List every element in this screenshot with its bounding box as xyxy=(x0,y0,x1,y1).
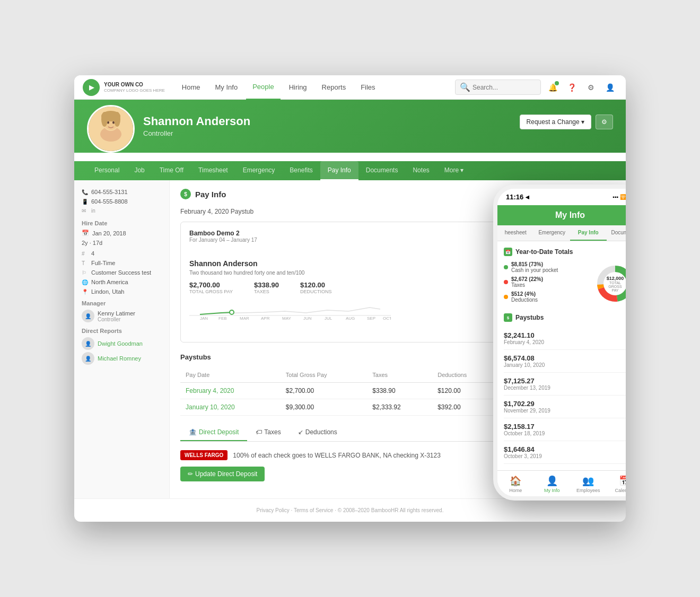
pocket-dot xyxy=(504,265,508,269)
paystub-period: For January 04 – January 17 xyxy=(189,237,257,243)
profile-actions: Request a Change ▾ ⚙ xyxy=(520,110,613,129)
mobile-paystub-6[interactable]: $1,646.84 October 3, 2019 › xyxy=(504,441,626,464)
direct-reports-label: Direct Reports xyxy=(82,328,162,334)
manager-section: Manager 👤 Kenny Latimer Controller xyxy=(82,300,162,322)
nav-home[interactable]: Home xyxy=(176,75,207,100)
type-icon: T xyxy=(82,260,88,266)
mobile-tab-documents[interactable]: Documents xyxy=(607,225,626,241)
mobile-ytd-title: 📅 Year-to-Date Totals xyxy=(504,248,626,256)
search-icon: 🔍 xyxy=(460,82,470,92)
tab-benefits[interactable]: Benefits xyxy=(282,161,320,180)
svg-text:MAR: MAR xyxy=(240,316,249,321)
pencil-icon: ✏ xyxy=(188,470,193,478)
report1-name: Dwight Goodman xyxy=(98,340,143,347)
paystub1-amount: $2,241.10 xyxy=(504,331,544,339)
tab-timeoff[interactable]: Time Off xyxy=(152,161,191,180)
mobile-paystub-5[interactable]: $2,158.17 October 18, 2019 › xyxy=(504,418,626,441)
manager-role: Controller xyxy=(98,317,135,322)
mobile-ytd-icon: 📅 xyxy=(504,248,512,256)
mobile-content: 📅 Year-to-Date Totals $8,815 (73%) Cash … xyxy=(497,241,626,470)
mobile-paystub-4[interactable]: $1,702.29 November 29, 2019 › xyxy=(504,396,626,418)
row1-date[interactable]: February 4, 2020 xyxy=(180,383,281,399)
tab-job[interactable]: Job xyxy=(127,161,152,180)
tab-documents[interactable]: Documents xyxy=(358,161,406,180)
mobile-paystub-2[interactable]: $6,574.08 January 10, 2020 › xyxy=(504,350,626,373)
mini-chart: JAN FEB MAR APR MAY JUN JUL AUG SEP OCT xyxy=(189,300,391,321)
paystub3-amount: $7,125.27 xyxy=(504,377,550,385)
mobile-header: My Info xyxy=(497,205,626,225)
footer-text: Privacy Policy · Terms of Service · © 20… xyxy=(257,507,444,513)
tab-notes[interactable]: Notes xyxy=(405,161,436,180)
profile-title: Controller xyxy=(143,129,511,137)
paystub3-date: December 13, 2019 xyxy=(504,385,550,391)
profile-header: Shannon Anderson Controller Request a Ch… xyxy=(74,100,626,153)
profile-name: Shannon Anderson xyxy=(143,115,511,128)
donut-chart: $12,000 TOTAL GROSS PAY xyxy=(594,262,626,305)
mobile-nav-calendar[interactable]: 📅 Calendar xyxy=(607,474,626,494)
mobile-paystub-1[interactable]: $2,241.10 February 4, 2020 › xyxy=(504,327,626,350)
tab-timesheet[interactable]: Timesheet xyxy=(191,161,235,180)
nav-files[interactable]: Files xyxy=(354,75,381,100)
avatar[interactable]: 👤 xyxy=(602,80,617,95)
help-icon[interactable]: ❓ xyxy=(564,80,579,95)
notifications-icon[interactable]: 🔔 xyxy=(545,80,560,95)
email-icon: ✉ xyxy=(82,208,88,214)
phone1-value: 604-555-3131 xyxy=(91,189,128,195)
linkedin-icon: in xyxy=(91,208,98,214)
hire-date-value: 📅 Jan 20, 2018 xyxy=(82,230,162,236)
nav-reports[interactable]: Reports xyxy=(316,75,353,100)
employee-details: # 4 T Full-Time ⚐ Customer Success test … xyxy=(82,250,162,295)
paystub-employee: Shannon Anderson xyxy=(189,259,391,268)
request-change-button[interactable]: Request a Change ▾ xyxy=(520,115,591,129)
myinfo-nav-icon: 👤 xyxy=(546,475,558,487)
manager-name: Kenny Latimer xyxy=(98,310,135,317)
mobile-paystub-3[interactable]: $7,125.27 December 13, 2019 › xyxy=(504,373,626,396)
direct-report-1[interactable]: 👤 Dwight Goodman xyxy=(82,337,162,350)
paystub4-amount: $1,702.29 xyxy=(504,400,550,408)
nav-myinfo[interactable]: My Info xyxy=(209,75,244,100)
paystub-company: Bamboo Demo 2 xyxy=(189,230,257,237)
mobile-nav-myinfo[interactable]: 👤 My Info xyxy=(534,474,571,494)
svg-text:JUL: JUL xyxy=(325,316,332,321)
phone1-item: 📞 604-555-3131 xyxy=(82,189,162,195)
tab-payinfo[interactable]: Pay Info xyxy=(320,161,358,180)
mobile-tab-timesheet[interactable]: heesheet xyxy=(497,225,534,241)
gear-settings-button[interactable]: ⚙ xyxy=(596,115,613,129)
contact-info: 📞 604-555-3131 📱 604-555-8808 ✉ in xyxy=(82,189,162,214)
svg-point-11 xyxy=(230,310,234,314)
deductions-dot xyxy=(504,295,508,299)
mobile-tab-emergency[interactable]: Emergency xyxy=(534,225,571,241)
svg-text:FEB: FEB xyxy=(218,316,227,321)
tab-taxes[interactable]: 🏷 Taxes xyxy=(247,424,289,441)
row2-date[interactable]: January 10, 2020 xyxy=(180,399,281,416)
tab-personal[interactable]: Personal xyxy=(87,161,127,180)
svg-text:JUN: JUN xyxy=(303,316,312,321)
search-box[interactable]: 🔍 xyxy=(455,80,541,95)
nav-hiring[interactable]: Hiring xyxy=(283,75,313,100)
tab-deductions[interactable]: ↙ Deductions xyxy=(290,424,346,441)
nav-people[interactable]: People xyxy=(246,75,280,100)
tab-emergency[interactable]: Emergency xyxy=(235,161,283,180)
tab-direct-deposit[interactable]: 🏦 Direct Deposit xyxy=(180,424,247,441)
legend-taxes: $2,672 (22%) Taxes xyxy=(504,276,589,288)
mobile-nav-employees[interactable]: 👥 Employees xyxy=(570,474,607,494)
mobile-tab-payinfo[interactable]: Pay Info xyxy=(570,225,607,241)
location-icon: 📍 xyxy=(82,289,88,295)
hire-date-label: Hire Date xyxy=(82,220,162,226)
footer: Privacy Policy · Terms of Service · © 20… xyxy=(74,498,626,522)
logo-icon: ▶ xyxy=(83,79,100,96)
update-deposit-button[interactable]: ✏ Update Direct Deposit xyxy=(180,467,265,481)
mobile-nav-home[interactable]: 🏠 Home xyxy=(497,474,534,494)
mobile-paystubs-icon: $ xyxy=(504,313,512,322)
search-input[interactable] xyxy=(472,84,536,91)
bank-icon: 🏦 xyxy=(189,428,197,436)
paystub4-date: November 29, 2019 xyxy=(504,408,550,414)
paystub-words: Two thousand two hundred forty one and t… xyxy=(189,270,391,276)
direct-report-2[interactable]: 👤 Michael Romney xyxy=(82,352,162,365)
donut-total-value: $12,000 xyxy=(605,276,626,281)
paystub5-amount: $2,158.17 xyxy=(504,423,545,431)
settings-icon[interactable]: ⚙ xyxy=(583,80,598,95)
manager-avatar: 👤 xyxy=(82,310,94,322)
logo-text: YOUR OWN CO xyxy=(104,82,165,88)
tab-more[interactable]: More ▾ xyxy=(437,161,471,180)
